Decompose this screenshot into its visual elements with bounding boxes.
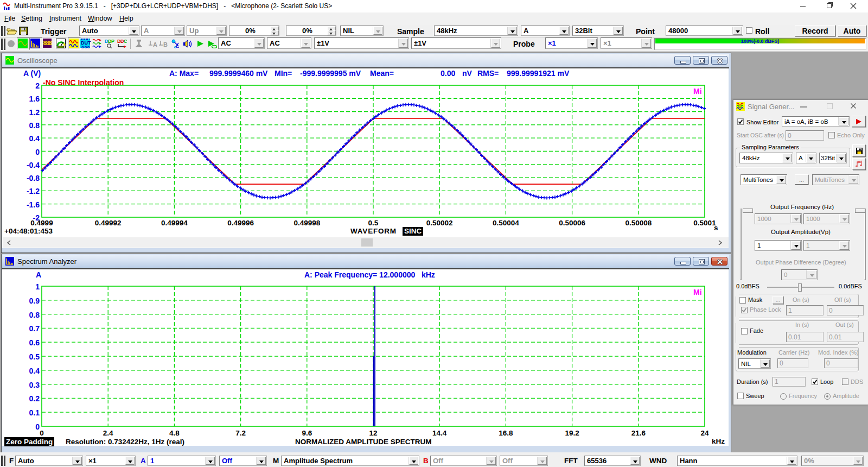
svg-text:C: C [124, 39, 127, 44]
svg-text:B: B [163, 41, 168, 48]
svg-text:A: A [153, 41, 157, 48]
svg-text:P: P [111, 39, 114, 44]
